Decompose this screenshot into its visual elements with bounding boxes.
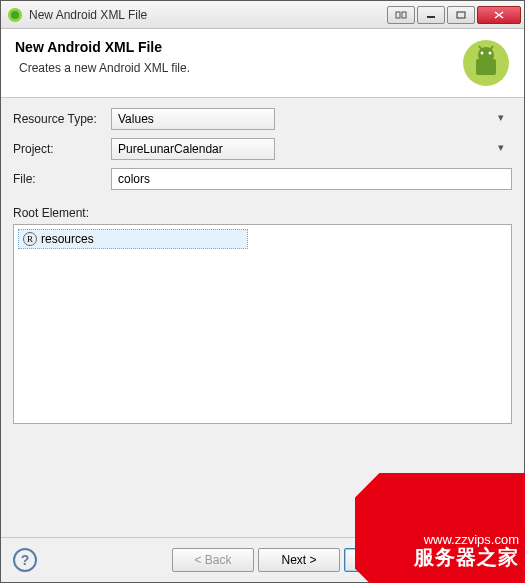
- close-button[interactable]: [477, 6, 521, 24]
- svg-rect-3: [402, 12, 406, 18]
- form-area: Resource Type: Project: File:: [1, 98, 524, 202]
- svg-point-11: [481, 52, 484, 55]
- help-button[interactable]: ?: [13, 548, 37, 572]
- titlebar-text: New Android XML File: [29, 8, 387, 22]
- svg-rect-2: [396, 12, 400, 18]
- banner-desc: Creates a new Android XML file.: [15, 61, 462, 75]
- root-element-item-label: resources: [41, 232, 94, 246]
- file-label: File:: [13, 172, 111, 186]
- app-icon: [7, 7, 23, 23]
- resources-icon: R: [23, 232, 37, 246]
- finish-button[interactable]: Finish: [344, 548, 426, 572]
- resource-type-select[interactable]: [111, 108, 275, 130]
- back-button: < Back: [172, 548, 254, 572]
- window-extra-button[interactable]: [387, 6, 415, 24]
- banner: New Android XML File Creates a new Andro…: [1, 29, 524, 98]
- cancel-button[interactable]: Cancel: [430, 548, 512, 572]
- banner-title: New Android XML File: [15, 39, 462, 55]
- footer: ? < Back Next > Finish Cancel: [1, 537, 524, 582]
- next-button[interactable]: Next >: [258, 548, 340, 572]
- resource-type-label: Resource Type:: [13, 112, 111, 126]
- project-label: Project:: [13, 142, 111, 156]
- android-icon: [462, 39, 510, 87]
- svg-rect-5: [457, 12, 465, 18]
- maximize-button[interactable]: [447, 6, 475, 24]
- minimize-button[interactable]: [417, 6, 445, 24]
- root-element-item[interactable]: R resources: [18, 229, 248, 249]
- root-element-label: Root Element:: [1, 202, 524, 224]
- window-controls: [387, 6, 521, 24]
- project-select[interactable]: [111, 138, 275, 160]
- svg-point-12: [489, 52, 492, 55]
- titlebar[interactable]: New Android XML File: [1, 1, 524, 29]
- root-element-list[interactable]: R resources: [13, 224, 512, 424]
- file-input[interactable]: [111, 168, 512, 190]
- svg-point-1: [11, 11, 19, 19]
- dialog-window: New Android XML File New Android XML Fil…: [0, 0, 525, 583]
